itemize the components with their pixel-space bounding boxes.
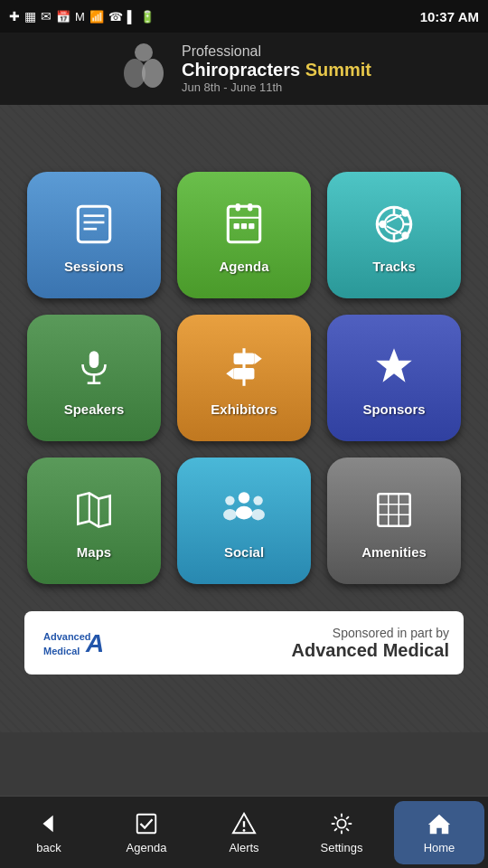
svg-text:A: A (85, 629, 102, 657)
sponsor-name-text: Advanced Medical (113, 640, 449, 661)
agenda-icon (217, 197, 271, 251)
exhibitors-label: Exhibitors (211, 401, 277, 417)
sponsors-label: Sponsors (362, 401, 425, 417)
svg-point-38 (236, 505, 253, 519)
svg-rect-13 (249, 222, 254, 228)
wifi-icon: 📶 (89, 10, 104, 24)
sponsor-banner[interactable]: Advanced Medical A Sponsored in part by … (24, 611, 464, 675)
maps-icon (67, 483, 121, 537)
nav-home-button[interactable]: Home (394, 801, 484, 864)
sim-icon: ▦ (24, 9, 36, 24)
sponsor-logo: Advanced Medical A (39, 620, 102, 665)
svg-rect-12 (241, 222, 247, 228)
svg-rect-8 (236, 203, 240, 211)
svg-point-0 (135, 43, 153, 61)
svg-rect-11 (234, 222, 239, 228)
app-header: Professional Chiropracters Summit Jun 8t… (0, 33, 488, 105)
svg-point-2 (142, 59, 164, 88)
svg-marker-32 (226, 368, 233, 379)
nav-agenda-button[interactable]: Agenda (101, 801, 192, 864)
settings-icon (328, 810, 355, 837)
nav-alerts-button[interactable]: Alerts (199, 801, 289, 864)
tracks-icon (367, 197, 421, 251)
svg-point-56 (337, 819, 345, 827)
battery-icon: 🔋 (140, 10, 155, 24)
nav-back-label: back (36, 841, 61, 854)
nav-home-label: Home (424, 841, 455, 854)
signal-icon: ▌ (127, 10, 136, 24)
svg-point-20 (401, 209, 408, 216)
svg-marker-30 (254, 353, 261, 363)
speakers-label: Speakers (64, 401, 125, 417)
main-content: Sessions Agenda (0, 105, 488, 732)
svg-text:Advanced: Advanced (43, 631, 91, 642)
agenda-button[interactable]: Agenda (177, 172, 311, 298)
agenda-nav-icon (133, 810, 160, 837)
sponsors-icon (367, 340, 421, 394)
sponsors-button[interactable]: Sponsors (327, 315, 461, 441)
svg-point-37 (239, 492, 249, 503)
svg-rect-43 (378, 494, 409, 525)
email-icon: ✉ (41, 9, 52, 24)
svg-point-42 (251, 508, 265, 519)
svg-marker-57 (428, 815, 450, 834)
email2-icon: M (75, 10, 85, 24)
nav-alerts-label: Alerts (229, 841, 258, 854)
svg-rect-31 (234, 368, 255, 379)
header-summit: Summit (305, 60, 371, 80)
calendar-icon: 📅 (56, 10, 70, 24)
header-chiropracters: Chiropracters (182, 60, 300, 80)
sponsor-text-area: Sponsored in part by Advanced Medical (113, 626, 449, 661)
bottom-nav: back Agenda Alerts Sett (0, 796, 488, 868)
svg-point-22 (401, 231, 408, 239)
header-logo (117, 42, 171, 96)
svg-rect-3 (78, 206, 109, 242)
app-grid: Sessions Agenda (18, 163, 470, 593)
exhibitors-icon (217, 340, 271, 394)
header-text: Professional Chiropracters Summit Jun 8t… (182, 43, 371, 94)
maps-button[interactable]: Maps (27, 458, 161, 584)
exhibitors-button[interactable]: Exhibitors (177, 315, 311, 441)
nav-back-button[interactable]: back (4, 801, 94, 864)
svg-rect-9 (248, 203, 252, 211)
add-icon: ✚ (9, 9, 20, 24)
alerts-icon (230, 810, 258, 837)
back-icon (35, 810, 62, 837)
svg-marker-33 (376, 348, 412, 382)
maps-label: Maps (77, 544, 111, 560)
amenities-icon (367, 483, 421, 537)
tracks-label: Tracks (372, 259, 416, 274)
social-icon (217, 483, 271, 537)
svg-rect-29 (234, 353, 255, 363)
nav-settings-label: Settings (321, 841, 363, 854)
sessions-icon (67, 197, 121, 251)
sessions-button[interactable]: Sessions (27, 172, 161, 298)
amenities-label: Amenities (361, 544, 427, 560)
svg-point-21 (379, 220, 386, 227)
nav-settings-button[interactable]: Settings (296, 801, 387, 864)
amenities-button[interactable]: Amenities (327, 458, 461, 584)
header-title-main: Chiropracters Summit (182, 60, 371, 80)
tracks-button[interactable]: Tracks (327, 172, 461, 298)
svg-point-41 (253, 495, 262, 505)
svg-text:Medical: Medical (43, 646, 80, 656)
status-bar: ✚ ▦ ✉ 📅 M 📶 ☎ ▌ 🔋 10:37 AM (0, 0, 488, 33)
phone-icon: ☎ (108, 10, 123, 24)
svg-point-39 (225, 495, 234, 505)
status-time: 10:37 AM (420, 9, 479, 24)
svg-point-40 (223, 508, 237, 519)
svg-marker-34 (78, 493, 109, 526)
nav-agenda-label: Agenda (127, 841, 167, 854)
header-date: Jun 8th - June 11th (182, 80, 371, 94)
svg-marker-51 (42, 816, 52, 833)
social-label: Social (224, 544, 264, 560)
agenda-label: Agenda (219, 259, 268, 274)
svg-rect-25 (89, 351, 99, 368)
svg-rect-52 (137, 815, 156, 834)
sponsored-by-text: Sponsored in part by (113, 626, 449, 640)
home-icon (426, 810, 453, 837)
svg-point-55 (243, 829, 246, 832)
speakers-button[interactable]: Speakers (27, 315, 161, 441)
social-button[interactable]: Social (177, 458, 311, 584)
speakers-icon (67, 340, 121, 394)
